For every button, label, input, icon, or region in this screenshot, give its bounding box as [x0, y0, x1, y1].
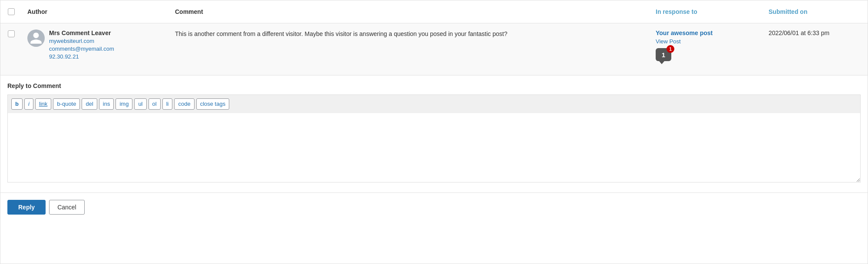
header-comment: Comment — [170, 5, 650, 19]
header-checkbox-cell — [0, 5, 22, 19]
comments-page: Author Comment In response to Submitted … — [0, 0, 868, 264]
author-website-link[interactable]: mywebsiteurl.com — [49, 38, 114, 44]
submitted-date: 2022/06/01 at 6:33 pm — [763, 23, 868, 75]
author-cell: Mrs Comment Leaver mywebsiteurl.com comm… — [22, 23, 170, 75]
table-header: Author Comment In response to Submitted … — [0, 0, 868, 23]
toolbar-btn-ul[interactable]: ul — [134, 98, 146, 110]
author-ip-link[interactable]: 92.30.92.21 — [49, 53, 114, 60]
row-checkbox[interactable] — [8, 30, 15, 37]
cancel-button[interactable]: Cancel — [49, 200, 85, 215]
toolbar-btn-li[interactable]: li — [162, 98, 173, 110]
header-submitted-on: Submitted on — [763, 5, 868, 19]
toolbar-btn-b[interactable]: b — [11, 98, 23, 110]
row-checkbox-cell — [0, 23, 22, 75]
header-author: Author — [22, 5, 170, 19]
toolbar-btn-i[interactable]: i — [24, 98, 33, 110]
toolbar-btn-ins[interactable]: ins — [99, 98, 114, 110]
view-post-link[interactable]: View Post — [656, 38, 758, 45]
reply-section: Reply to Comment b i link b-quote del in… — [0, 75, 868, 193]
in-response-to-cell: Your awesome post View Post 1 1 — [650, 23, 763, 75]
toolbar-btn-link[interactable]: link — [35, 98, 52, 110]
comment-badge: 1 — [667, 45, 674, 53]
reply-textarea[interactable] — [7, 113, 861, 183]
post-title-link[interactable]: Your awesome post — [656, 29, 713, 36]
comment-count: 1 — [662, 51, 665, 59]
toolbar-btn-code[interactable]: code — [174, 98, 194, 110]
reply-button[interactable]: Reply — [7, 200, 46, 215]
table-row: Mrs Comment Leaver mywebsiteurl.com comm… — [0, 23, 868, 75]
toolbar-btn-img[interactable]: img — [116, 98, 132, 110]
author-name: Mrs Comment Leaver — [49, 29, 114, 36]
toolbar-btn-close-tags[interactable]: close tags — [196, 98, 230, 110]
toolbar-btn-bquote[interactable]: b-quote — [53, 98, 80, 110]
comment-bubble: 1 1 — [656, 48, 671, 61]
avatar — [27, 29, 45, 47]
author-email-link[interactable]: comments@myemail.com — [49, 46, 114, 52]
author-info: Mrs Comment Leaver mywebsiteurl.com comm… — [49, 29, 114, 60]
toolbar: b i link b-quote del ins img ul ol li co… — [7, 95, 861, 113]
comment-bubble-wrapper: 1 1 — [656, 48, 671, 61]
header-in-response-to: In response to — [650, 5, 763, 19]
toolbar-btn-ol[interactable]: ol — [149, 98, 161, 110]
reply-title: Reply to Comment — [7, 82, 861, 89]
comment-text: This is another comment from a different… — [170, 23, 650, 75]
action-bar: Reply Cancel — [0, 193, 868, 222]
header-checkbox[interactable] — [8, 8, 15, 15]
avatar-icon — [29, 31, 43, 45]
toolbar-btn-del[interactable]: del — [82, 98, 97, 110]
